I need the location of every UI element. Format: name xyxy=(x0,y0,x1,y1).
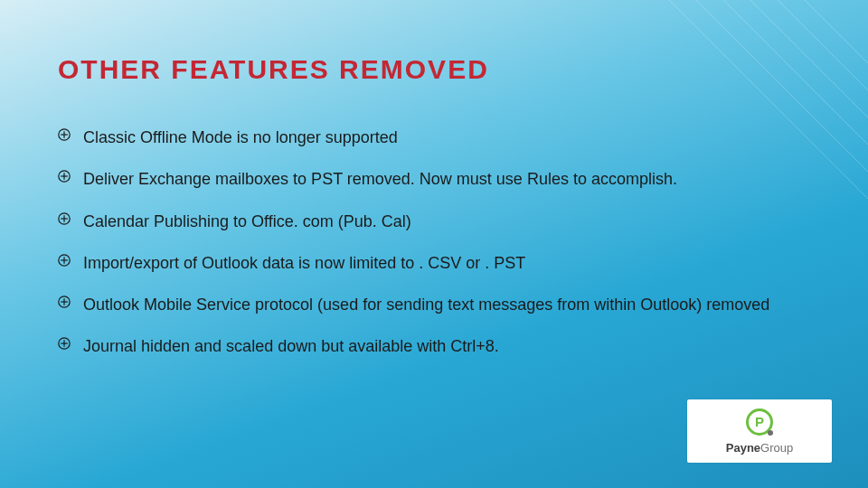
bullet-icon xyxy=(58,128,71,141)
list-item-text: Outlook Mobile Service protocol (used fo… xyxy=(83,294,787,315)
list-item: Import/export of Outlook data is now lim… xyxy=(58,252,787,274)
bullet-icon xyxy=(58,254,71,267)
bullet-icon xyxy=(58,212,71,225)
bullet-list: Classic Offline Mode is no longer suppor… xyxy=(58,127,787,358)
list-item-text: Journal hidden and scaled down but avail… xyxy=(83,335,787,357)
list-item: Calendar Publishing to Office. com (Pub.… xyxy=(58,211,787,232)
svg-line-2 xyxy=(723,0,868,145)
list-item-text: Classic Offline Mode is no longer suppor… xyxy=(83,127,787,148)
slide: OTHER FEATURES REMOVED Classic Offline M… xyxy=(0,0,868,488)
list-item: Journal hidden and scaled down but avail… xyxy=(58,335,787,357)
brand-name-first: Payne xyxy=(726,441,760,455)
list-item-text: Import/export of Outlook data is now lim… xyxy=(83,252,787,274)
list-item-text: Calendar Publishing to Office. com (Pub.… xyxy=(83,211,787,232)
brand-logo: PayneGroup xyxy=(687,399,832,463)
bullet-icon xyxy=(58,170,71,183)
list-item: Classic Offline Mode is no longer suppor… xyxy=(58,127,787,148)
bullet-icon xyxy=(58,337,71,350)
list-item-text: Deliver Exchange mailboxes to PST remove… xyxy=(83,168,787,190)
svg-line-5 xyxy=(805,0,868,63)
list-item: Deliver Exchange mailboxes to PST remove… xyxy=(58,168,787,190)
brand-logo-text: PayneGroup xyxy=(726,441,793,455)
brand-logo-mark-icon xyxy=(746,408,773,436)
brand-logo-dot-icon xyxy=(768,430,773,436)
svg-line-4 xyxy=(778,0,868,90)
svg-line-3 xyxy=(750,0,868,117)
brand-name-second: Group xyxy=(760,441,793,455)
bullet-icon xyxy=(58,296,71,308)
list-item: Outlook Mobile Service protocol (used fo… xyxy=(58,294,787,315)
slide-title: OTHER FEATURES REMOVED xyxy=(58,54,489,85)
